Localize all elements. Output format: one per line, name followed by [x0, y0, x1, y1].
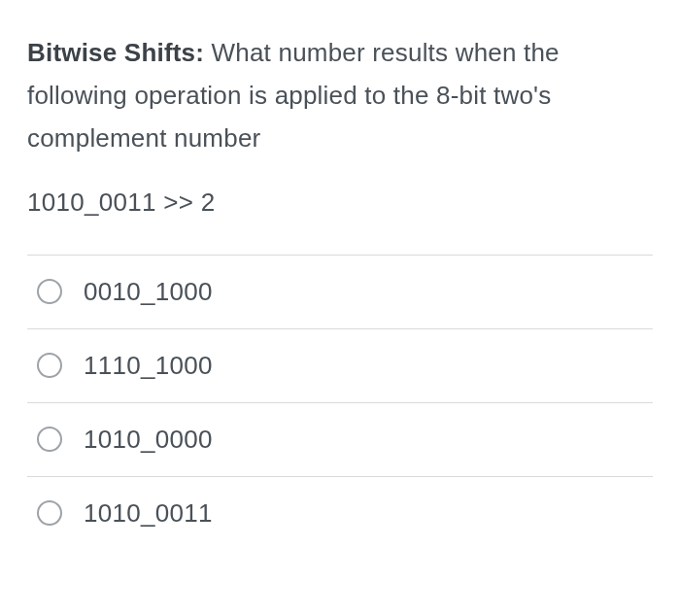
option-1[interactable]: 1110_1000	[27, 329, 653, 403]
radio-icon	[37, 427, 62, 452]
radio-icon	[37, 353, 62, 378]
option-label: 0010_1000	[84, 277, 213, 307]
option-label: 1110_1000	[84, 351, 213, 381]
question-expression: 1010_0011 >> 2	[27, 188, 653, 218]
question-prompt: Bitwise Shifts: What number results when…	[27, 31, 653, 160]
radio-icon	[37, 279, 62, 304]
option-0[interactable]: 0010_1000	[27, 256, 653, 329]
option-label: 1010_0011	[84, 498, 213, 529]
option-3[interactable]: 1010_0011	[27, 477, 653, 550]
radio-icon	[37, 500, 62, 526]
option-label: 1010_0000	[84, 425, 213, 455]
question-title: Bitwise Shifts:	[27, 38, 204, 67]
option-2[interactable]: 1010_0000	[27, 403, 653, 477]
options-list: 0010_1000 1110_1000 1010_0000 1010_0011	[27, 255, 653, 550]
